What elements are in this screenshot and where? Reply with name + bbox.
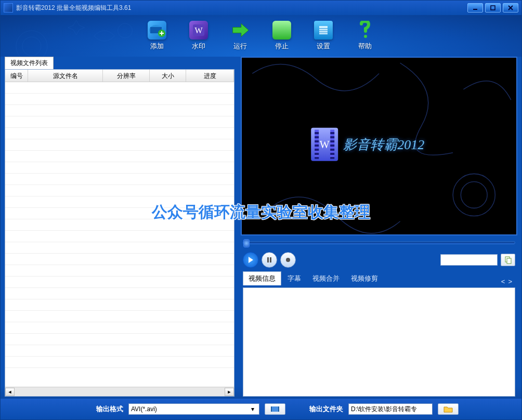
add-icon — [148, 21, 166, 40]
col-index[interactable]: 编号 — [5, 70, 28, 82]
settings-icon — [314, 21, 333, 40]
pause-button[interactable] — [262, 252, 277, 268]
output-format-select[interactable]: AVI(*.avi) ▾ — [128, 403, 259, 415]
seek-bar[interactable] — [241, 238, 517, 248]
filelist-tab[interactable]: 视频文件列表 — [5, 57, 54, 69]
tab-videoinfo[interactable]: 视频信息 — [243, 271, 281, 285]
scroll-left-arrow[interactable]: ◄ — [5, 388, 15, 396]
table-row — [5, 151, 234, 162]
horizontal-scrollbar[interactable]: ◄ ► — [5, 387, 234, 396]
svg-rect-19 — [267, 257, 269, 262]
output-folder-label: 输出文件夹 — [309, 404, 343, 414]
svg-point-17 — [453, 174, 495, 216]
table-row — [5, 322, 234, 334]
brand-text: 影音转霸2012 — [343, 135, 424, 153]
bottom-bar: 输出格式 AVI(*.avi) ▾ 输出文件夹 D:\软件安装\影音转霸专 — [1, 399, 521, 419]
table-header: 编号 源文件名 分辨率 大小 进度 — [5, 70, 234, 82]
help-icon — [356, 21, 374, 40]
help-button[interactable]: 帮助 — [356, 21, 374, 51]
window-title: 影音转霸2012 批量全能视频编辑工具3.61 — [16, 4, 467, 12]
stop-icon — [272, 21, 291, 40]
tab-trim[interactable]: 视频修剪 — [346, 272, 383, 285]
table-row — [5, 185, 234, 196]
main-toolbar: 添加 W 水印 运行 停止 — [1, 15, 521, 57]
col-progress[interactable]: 进度 — [186, 70, 234, 82]
col-size[interactable]: 大小 — [150, 70, 186, 82]
scroll-right-arrow[interactable]: ► — [225, 388, 234, 396]
table-row — [5, 82, 234, 94]
svg-rect-12 — [319, 26, 328, 34]
table-row — [5, 116, 234, 128]
tab-prev-icon[interactable]: < — [501, 278, 505, 285]
titlebar[interactable]: 影音转霸2012 批量全能视频编辑工具3.61 — [1, 1, 521, 15]
table-row — [5, 288, 234, 299]
maximize-button[interactable] — [485, 3, 501, 12]
table-row — [5, 231, 234, 242]
timecode-field[interactable] — [440, 254, 498, 266]
table-row — [5, 174, 234, 185]
svg-rect-24 — [271, 406, 279, 412]
play-button[interactable] — [243, 252, 258, 268]
table-row — [5, 311, 234, 322]
table-row — [5, 242, 234, 254]
svg-text:W: W — [194, 26, 203, 35]
tab-next-icon[interactable]: > — [508, 278, 512, 285]
svg-rect-23 — [507, 258, 511, 264]
output-folder-field[interactable]: D:\软件安装\影音转霸专 — [348, 403, 433, 415]
table-row — [5, 105, 234, 116]
video-preview[interactable]: W 影音转霸2012 — [241, 57, 517, 235]
table-row — [5, 128, 234, 139]
seek-handle[interactable] — [243, 239, 250, 247]
format-options-button[interactable] — [265, 403, 285, 415]
browse-folder-button[interactable] — [438, 403, 459, 415]
svg-point-18 — [461, 182, 487, 208]
record-button[interactable] — [280, 252, 296, 268]
table-body[interactable] — [5, 82, 234, 387]
info-panel — [243, 287, 515, 397]
table-row — [5, 208, 234, 219]
watermark-icon: W — [189, 21, 208, 40]
table-row — [5, 265, 234, 277]
copy-button[interactable] — [501, 254, 515, 266]
watermark-button[interactable]: W 水印 — [189, 21, 208, 51]
file-list-panel: 视频文件列表 编号 源文件名 分辨率 大小 进度 — [5, 57, 234, 397]
add-button[interactable]: 添加 — [148, 21, 166, 51]
table-row — [5, 277, 234, 288]
svg-point-21 — [286, 258, 290, 262]
tab-nav: < > — [501, 278, 515, 285]
table-row — [5, 254, 234, 265]
tab-subtitle[interactable]: 字幕 — [282, 272, 306, 285]
preview-panel: W 影音转霸2012 — [241, 57, 517, 397]
window-controls — [467, 3, 518, 12]
run-icon — [231, 21, 250, 40]
table-row — [5, 162, 234, 174]
file-table: 编号 源文件名 分辨率 大小 进度 — [5, 69, 234, 397]
table-row — [5, 219, 234, 231]
stop-button[interactable]: 停止 — [272, 21, 291, 51]
close-button[interactable] — [503, 3, 518, 12]
svg-rect-26 — [278, 406, 279, 412]
table-row — [5, 94, 234, 105]
table-row — [5, 357, 234, 368]
settings-button[interactable]: 设置 — [314, 21, 333, 51]
svg-rect-1 — [491, 6, 495, 10]
table-row — [5, 345, 234, 357]
svg-rect-20 — [270, 257, 271, 262]
output-format-label: 输出格式 — [96, 404, 123, 414]
brand-logo-icon: W — [311, 128, 338, 161]
svg-rect-25 — [271, 406, 272, 412]
col-resolution[interactable]: 分辨率 — [103, 70, 150, 82]
app-icon — [4, 3, 13, 12]
col-filename[interactable]: 源文件名 — [28, 70, 103, 82]
table-row — [5, 334, 234, 345]
svg-point-16 — [364, 35, 367, 38]
run-button[interactable]: 运行 — [231, 21, 250, 51]
table-row — [5, 299, 234, 311]
table-row — [5, 196, 234, 208]
playback-controls — [241, 250, 517, 270]
info-tabstrip: 视频信息 字幕 视频合并 视频修剪 < > — [241, 272, 517, 285]
chevron-down-icon: ▾ — [249, 405, 257, 413]
minimize-button[interactable] — [467, 3, 483, 12]
tab-merge[interactable]: 视频合并 — [307, 272, 345, 285]
app-window: 影音转霸2012 批量全能视频编辑工具3.61 添加 — [0, 0, 522, 420]
